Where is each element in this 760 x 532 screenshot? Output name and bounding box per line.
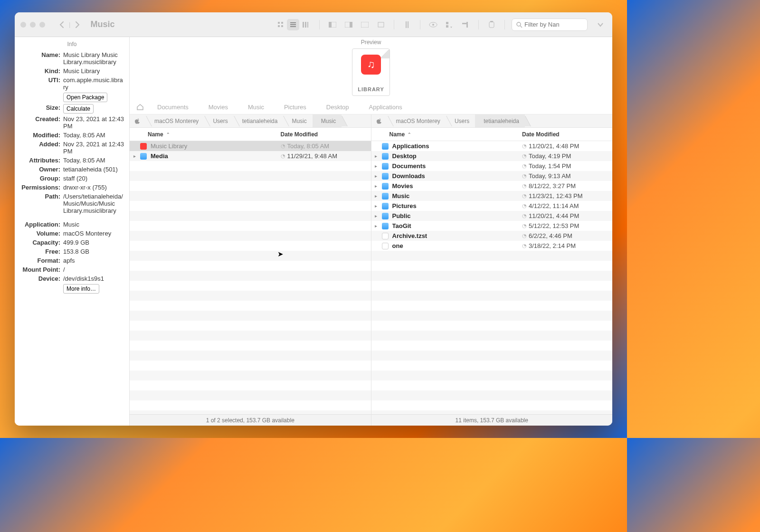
disclosure-triangle-icon[interactable]: ▸ xyxy=(371,203,381,209)
file-name: one xyxy=(392,242,521,249)
file-row[interactable]: ▸Downloads◔Today, 9:13 AM xyxy=(371,171,613,181)
arrange-button[interactable] xyxy=(443,19,456,30)
file-row[interactable]: Archive.tzst◔6/2/22, 4:46 PM xyxy=(371,231,613,241)
home-icon[interactable] xyxy=(136,104,144,110)
info-val-free: 153.8 GB xyxy=(63,248,124,255)
favorite-applications[interactable]: Applications xyxy=(369,104,402,111)
info-val-volume: macOS Monterey xyxy=(63,230,124,237)
path-crumb[interactable]: Music xyxy=(313,114,342,127)
path-crumb[interactable]: macOS Monterey xyxy=(146,114,204,127)
disclosure-triangle-icon[interactable]: ▸ xyxy=(371,183,381,189)
zoom-dot[interactable] xyxy=(39,22,45,28)
favorite-movies[interactable]: Movies xyxy=(209,104,228,111)
path-crumb[interactable]: Users xyxy=(204,114,233,127)
chevron-down-icon xyxy=(598,22,603,28)
apple-icon[interactable] xyxy=(130,114,146,127)
file-row[interactable]: Music Library◔Today, 8:05 AM xyxy=(130,141,371,151)
calculate-size-button[interactable]: Calculate xyxy=(63,104,94,114)
left-file-list[interactable]: Music Library◔Today, 8:05 AM▸Media◔11/29… xyxy=(130,141,371,414)
mirror-button[interactable] xyxy=(401,19,413,30)
file-row[interactable]: ▸Public◔11/20/21, 4:44 PM xyxy=(371,211,613,221)
favorite-documents[interactable]: Documents xyxy=(157,104,189,111)
disclosure-triangle-icon[interactable]: ▸ xyxy=(371,153,381,159)
file-row[interactable]: ▸Music◔11/23/21, 12:43 PM xyxy=(371,191,613,201)
file-row[interactable]: ▸Documents◔Today, 1:54 PM xyxy=(371,161,613,171)
dual-right-button[interactable] xyxy=(342,19,355,30)
favorites-bar: DocumentsMoviesMusicPicturesDesktopAppli… xyxy=(130,100,612,114)
search-input[interactable] xyxy=(524,21,577,28)
right-file-list[interactable]: Applications◔11/20/21, 4:48 PM▸Desktop◔T… xyxy=(371,141,613,414)
path-crumb[interactable]: Users xyxy=(446,114,475,127)
view-columns-button[interactable] xyxy=(299,19,312,30)
file-name: Music Library xyxy=(151,142,279,150)
preview-icon: ♫ LIBRARY xyxy=(352,48,390,96)
file-date: Today, 8:05 AM xyxy=(287,142,371,150)
favorite-desktop[interactable]: Desktop xyxy=(326,104,349,111)
toolbar: | Music xyxy=(15,12,612,37)
path-crumb[interactable]: tetianaleheida xyxy=(475,114,525,127)
clock-icon: ◔ xyxy=(520,223,529,229)
info-val-path: /Users/tetianaleheida/Music/Music/Music … xyxy=(63,193,124,214)
search-field[interactable] xyxy=(512,19,588,31)
right-column-header: Name ⌃ Date Modified xyxy=(371,128,613,141)
path-crumb[interactable]: macOS Monterey xyxy=(388,114,446,127)
disclosure-triangle-icon[interactable]: ▸ xyxy=(371,193,381,199)
collapse-button[interactable] xyxy=(594,19,607,30)
info-key-owner: Owner: xyxy=(19,166,63,173)
file-row[interactable]: one◔3/18/22, 2:14 PM xyxy=(371,241,613,251)
file-row[interactable]: ▸TaoGit◔5/12/22, 12:53 PM xyxy=(371,221,613,231)
minimize-dot[interactable] xyxy=(30,22,36,28)
finder-window: | Music In xyxy=(15,12,612,426)
svg-rect-4 xyxy=(290,22,296,23)
close-dot[interactable] xyxy=(20,22,26,28)
right-col-name[interactable]: Name xyxy=(390,131,405,138)
clipboard-button[interactable] xyxy=(485,19,498,30)
info-key-created: Created: xyxy=(19,115,63,123)
svg-rect-24 xyxy=(489,22,494,28)
info-key-mountpoint: Mount Point: xyxy=(19,266,63,273)
view-icons-button[interactable] xyxy=(275,19,287,30)
nav-back-button[interactable] xyxy=(57,19,67,30)
dual-left-button[interactable] xyxy=(326,19,339,30)
info-key-added: Added: xyxy=(19,141,63,148)
folder-icon xyxy=(381,142,390,150)
right-col-date[interactable]: Date Modified xyxy=(522,131,612,138)
window-controls xyxy=(20,22,45,28)
swap-panes-button[interactable] xyxy=(359,19,371,30)
disclosure-triangle-icon[interactable]: ▸ xyxy=(371,213,381,218)
sync-button[interactable] xyxy=(375,19,387,30)
path-crumb[interactable]: Music xyxy=(283,114,312,127)
info-key-device: Device: xyxy=(19,275,63,282)
view-list-button[interactable] xyxy=(287,19,299,30)
file-row[interactable]: ▸Pictures◔4/12/22, 11:14 AM xyxy=(371,201,613,211)
disclosure-triangle-icon[interactable]: ▸ xyxy=(371,223,381,228)
nav-forward-button[interactable] xyxy=(72,19,83,30)
quicklook-button[interactable] xyxy=(427,19,439,30)
file-name: Music xyxy=(392,192,521,200)
clock-icon: ◔ xyxy=(520,153,529,159)
disclosure-triangle-icon[interactable]: ▸ xyxy=(371,163,381,169)
open-package-button[interactable]: Open Package xyxy=(63,93,107,102)
path-crumb[interactable]: tetianaleheida xyxy=(234,114,284,127)
favorite-music[interactable]: Music xyxy=(248,104,264,111)
svg-rect-15 xyxy=(378,22,384,27)
file-row[interactable]: ▸Movies◔8/12/22, 3:27 PM xyxy=(371,181,613,191)
file-row[interactable]: ▸Desktop◔Today, 4:19 PM xyxy=(371,151,613,161)
file-name: Desktop xyxy=(392,152,521,160)
left-col-date[interactable]: Date Modified xyxy=(281,131,371,138)
clock-icon: ◔ xyxy=(279,153,287,159)
favorite-pictures[interactable]: Pictures xyxy=(284,104,306,111)
folder-icon xyxy=(381,172,390,180)
file-date: 11/20/21, 4:48 PM xyxy=(529,142,612,150)
more-info-button[interactable]: More info… xyxy=(63,284,99,294)
file-row[interactable]: Applications◔11/20/21, 4:48 PM xyxy=(371,141,613,151)
disclosure-triangle-icon[interactable]: ▸ xyxy=(371,173,381,179)
apple-icon[interactable] xyxy=(371,114,388,127)
file-row[interactable]: ▸Media◔11/29/21, 9:48 AM xyxy=(130,151,371,161)
left-path-bar: macOS MontereyUserstetianaleheidaMusicMu… xyxy=(130,114,371,128)
info-key-group: Group: xyxy=(19,175,63,182)
disclosure-triangle-icon[interactable]: ▸ xyxy=(130,153,139,159)
info-val-modified: Today, 8:05 AM xyxy=(63,132,124,139)
left-col-name[interactable]: Name xyxy=(148,131,163,138)
action-button[interactable] xyxy=(459,19,472,30)
